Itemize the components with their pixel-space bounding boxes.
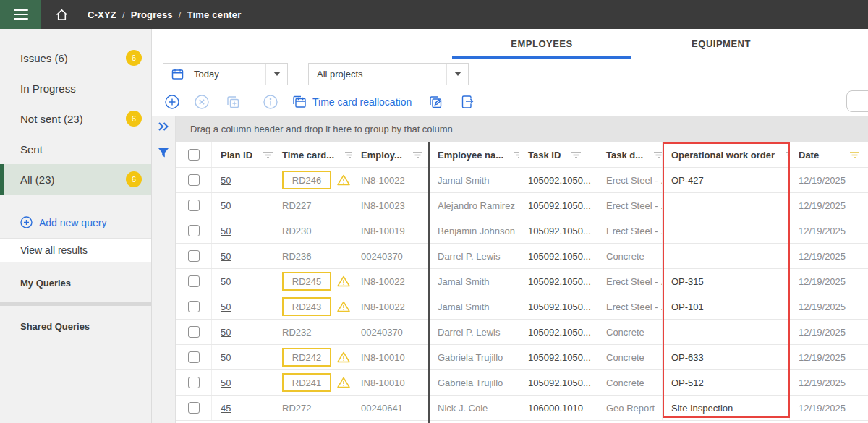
- row-checkbox[interactable]: [188, 174, 200, 186]
- plan-id-link[interactable]: 50: [221, 327, 231, 338]
- expand-panel-button[interactable]: [158, 121, 169, 132]
- column-menu-icon[interactable]: [412, 151, 423, 159]
- date-dropdown-caret[interactable]: [265, 64, 287, 85]
- employee-id-cell: IN8-10019: [352, 218, 429, 243]
- active-filter-icon[interactable]: [849, 151, 860, 159]
- edit-time-card-button[interactable]: [427, 94, 443, 110]
- info-button[interactable]: [263, 94, 278, 110]
- employee-name-cell: Alejandro Ramirez: [429, 193, 519, 218]
- column-menu-icon[interactable]: [263, 151, 273, 159]
- plan-id-link[interactable]: 50: [221, 302, 231, 312]
- column-menu-icon[interactable]: [785, 151, 790, 159]
- row-checkbox[interactable]: [188, 301, 200, 312]
- employee-id-cell: IN8-10022: [352, 294, 429, 319]
- date-cell: 12/19/2025: [790, 294, 868, 319]
- menu-button[interactable]: [0, 0, 41, 29]
- plan-id-link[interactable]: 50: [221, 276, 231, 287]
- document-export-icon: [459, 94, 475, 110]
- date-cell: 12/19/2025: [790, 244, 868, 268]
- sidebar-item-sent[interactable]: Sent: [0, 134, 151, 164]
- plan-id-link[interactable]: 50: [221, 226, 231, 236]
- column-header-employee-id[interactable]: Employ...: [352, 142, 429, 167]
- row-checkbox[interactable]: [188, 402, 200, 414]
- copy-time-card-button[interactable]: [225, 94, 241, 110]
- column-header-task-id[interactable]: Task ID: [519, 142, 597, 167]
- column-menu-icon[interactable]: [514, 151, 519, 159]
- send-document-button[interactable]: [459, 94, 475, 110]
- time-card-value: RD230: [282, 221, 311, 240]
- project-dropdown-caret[interactable]: [446, 64, 468, 85]
- employee-name-cell: Jamal Smith: [429, 269, 519, 294]
- date-cell: 12/19/2025: [790, 168, 868, 192]
- breadcrumb-section[interactable]: Progress: [131, 9, 173, 20]
- column-menu-icon[interactable]: [344, 151, 352, 159]
- add-new-query-button[interactable]: Add new query: [0, 200, 151, 238]
- column-menu-icon[interactable]: [571, 151, 582, 159]
- plan-id-link[interactable]: 45: [221, 403, 231, 414]
- breadcrumb-project[interactable]: C-XYZ: [88, 9, 116, 20]
- time-card-reallocation-button[interactable]: Time card reallocation: [292, 94, 412, 110]
- tab-employees[interactable]: EMPLOYEES: [452, 29, 631, 58]
- column-header-operational-work-order[interactable]: Operational work order: [663, 142, 790, 167]
- copy-plus-icon: [225, 94, 241, 110]
- row-checkbox-cell: [176, 370, 212, 395]
- breadcrumb-page[interactable]: Time center: [187, 9, 242, 20]
- employee-name-cell: Jamal Smith: [429, 294, 519, 319]
- sidebar-item-issues[interactable]: Issues (6) 6: [0, 43, 151, 73]
- row-checkbox[interactable]: [188, 250, 200, 262]
- employee-name-cell: Benjamin Johnson: [429, 218, 519, 243]
- info-circle-icon: [263, 94, 278, 110]
- row-checkbox[interactable]: [188, 377, 200, 388]
- plan-id-cell: 50: [212, 269, 273, 294]
- date-cell: 12/19/2025: [790, 193, 868, 218]
- row-checkbox[interactable]: [188, 225, 200, 236]
- search-box-partial[interactable]: [846, 90, 868, 112]
- plan-id-link[interactable]: 50: [221, 377, 231, 388]
- date-range-dropdown[interactable]: Today: [163, 63, 288, 85]
- row-checkbox[interactable]: [188, 275, 200, 287]
- project-dropdown[interactable]: All projects: [308, 63, 469, 85]
- my-queries-section[interactable]: My Queries: [0, 262, 151, 289]
- chevron-down-icon: [273, 72, 281, 76]
- home-icon: [55, 8, 69, 22]
- column-header-plan-id[interactable]: Plan ID: [212, 142, 273, 167]
- tab-equipment[interactable]: EQUIPMENT: [631, 29, 811, 58]
- row-checkbox-cell: [176, 320, 212, 344]
- hamburger-icon: [14, 9, 28, 20]
- column-header-employee-name[interactable]: Employee na...: [429, 142, 519, 167]
- column-header-time-card[interactable]: Time card...: [273, 142, 352, 167]
- home-button[interactable]: [55, 8, 69, 22]
- shared-queries-section[interactable]: Shared Queries: [0, 306, 151, 332]
- employee-name-cell: Darrel P. Lewis: [429, 244, 519, 268]
- plan-id-link[interactable]: 50: [221, 200, 231, 211]
- time-card-grid: Drag a column header and drop it here to…: [152, 116, 868, 423]
- column-header-date[interactable]: Date: [790, 142, 868, 167]
- select-all-checkbox[interactable]: [188, 149, 200, 161]
- table-row: 50 RD230 IN8-10019 Benjamin Johnson 1050…: [176, 218, 868, 244]
- employee-name-cell: Gabriela Trujillo: [429, 370, 519, 395]
- sidebar-item-not-sent[interactable]: Not sent (23) 6: [0, 103, 151, 134]
- row-checkbox[interactable]: [188, 351, 200, 363]
- task-desc-cell: Erect Steel - ...: [597, 294, 663, 319]
- row-checkbox[interactable]: [188, 200, 200, 211]
- delete-time-card-button[interactable]: [194, 94, 210, 110]
- plan-id-link[interactable]: 50: [221, 175, 231, 186]
- plan-id-link[interactable]: 50: [221, 251, 231, 262]
- column-header-task-desc[interactable]: Task d...: [597, 142, 663, 167]
- filter-panel-button[interactable]: [158, 148, 169, 158]
- sidebar-item-label: Not sent (23): [20, 113, 83, 125]
- top-bar: C-XYZ/Progress/Time center: [0, 0, 868, 29]
- sidebar-item-all[interactable]: All (23) 6: [0, 164, 151, 195]
- time-card-value: RD242: [282, 348, 331, 367]
- row-checkbox[interactable]: [188, 326, 200, 338]
- task-id-cell: 105092.1050...: [519, 370, 597, 395]
- plus-circle-icon: [20, 216, 33, 228]
- table-row: 45 RD272 00240641 Nick J. Cole 106000.10…: [176, 396, 868, 421]
- view-all-results-item[interactable]: View all results: [0, 238, 151, 262]
- sidebar-item-in-progress[interactable]: In Progress: [0, 73, 151, 103]
- add-time-card-button[interactable]: [164, 94, 180, 110]
- column-menu-icon[interactable]: [653, 151, 663, 159]
- plan-id-link[interactable]: 50: [221, 352, 231, 363]
- plan-id-cell: 50: [212, 370, 273, 395]
- time-card-value: RD245: [282, 272, 331, 291]
